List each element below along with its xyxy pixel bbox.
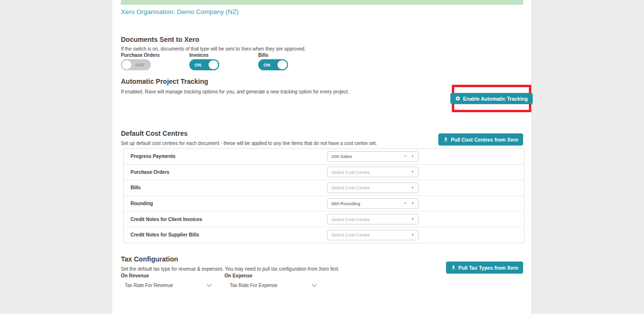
invoices-toggle[interactable]: ON	[189, 59, 219, 70]
download-icon	[451, 265, 456, 270]
select-value: Tax Rate For Revenue	[125, 283, 173, 288]
credit-notes-supplier-select[interactable]: Select Cost Centre ▼	[327, 230, 419, 240]
pull-tax-types-label: Pull Tax Types from Xero	[459, 265, 518, 271]
toggle-state-label: ON	[195, 63, 201, 67]
toggle-state-label: OFF	[135, 63, 145, 67]
chevron-down-icon	[206, 283, 212, 288]
gear-icon	[455, 96, 460, 101]
cost-centre-row-bills: Bills Select Cost Centre ▼	[124, 180, 524, 196]
enable-automatic-tracking-button[interactable]: Enable Automatic Tracking	[450, 93, 532, 104]
toggle-label-bills: Bills	[258, 52, 268, 58]
chevron-down-icon	[311, 283, 317, 288]
pull-tax-types-button[interactable]: Pull Tax Types from Xero	[446, 262, 523, 274]
caret-down-icon: ▼	[411, 202, 414, 205]
cost-centre-row-progress-payments: Progress Payments 200-Sales × ▼	[124, 149, 524, 164]
documents-section-description: If the switch is on, documents of that t…	[121, 46, 306, 52]
on-expense-label: On Expense	[224, 273, 252, 278]
bills-toggle[interactable]: ON	[258, 59, 288, 70]
select-value: Tax Rate For Expense	[230, 283, 277, 288]
progress-payments-select[interactable]: 200-Sales × ▼	[327, 151, 419, 162]
clear-icon[interactable]: ×	[404, 201, 407, 206]
row-label: Progress Payments	[131, 154, 175, 159]
select-value: 200-Sales	[331, 154, 352, 159]
cost-centres-section-title: Default Cost Centres	[121, 130, 187, 137]
caret-down-icon: ▼	[411, 170, 414, 174]
bills-select[interactable]: Select Cost Centre ▼	[327, 183, 419, 193]
expense-tax-select[interactable]: Tax Rate For Expense	[226, 280, 317, 290]
success-banner	[121, 0, 523, 5]
select-placeholder: Select Cost Centre	[331, 217, 370, 222]
purchase-orders-toggle[interactable]: OFF	[121, 59, 151, 70]
select-placeholder: Select Cost Centre	[331, 185, 370, 190]
content-panel: Xero Organisation: Demo Company (NZ) Doc…	[112, 0, 532, 314]
select-placeholder: Select Cost Centre	[331, 170, 370, 175]
tracking-section-title: Automatic Project Tracking	[121, 78, 208, 85]
toggle-label-purchase-orders: Purchase Orders	[121, 52, 160, 58]
revenue-tax-select[interactable]: Tax Rate For Revenue	[121, 280, 212, 290]
credit-notes-client-select[interactable]: Select Cost Centre ▼	[327, 214, 419, 224]
clear-icon[interactable]: ×	[404, 154, 407, 158]
download-icon	[443, 137, 448, 142]
tax-section-title: Tax Configuration	[121, 255, 178, 263]
caret-down-icon: ▼	[411, 218, 414, 221]
xero-organisation-label: Xero Organisation: Demo Company (NZ)	[121, 8, 239, 15]
toggle-label-invoices: Invoices	[189, 52, 209, 58]
cost-centre-row-rounding: Rounding 860-Rounding × ▼	[124, 196, 524, 211]
cost-centre-row-credit-notes-client: Credit Notes for Client Invoices Select …	[124, 211, 524, 227]
enable-automatic-tracking-label: Enable Automatic Tracking	[463, 96, 527, 102]
toggle-state-label: ON	[263, 63, 270, 67]
select-placeholder: Select Cost Centre	[331, 232, 370, 237]
row-label: Purchase Orders	[131, 170, 170, 175]
cost-centre-row-purchase-orders: Purchase Orders Select Cost Centre ▼	[124, 164, 524, 180]
row-label: Rounding	[131, 201, 153, 206]
cost-centre-row-credit-notes-supplier: Credit Notes for Supplier Bills Select C…	[124, 227, 524, 243]
cost-centres-table: Progress Payments 200-Sales × ▼ Purchase…	[123, 148, 525, 243]
highlight-annotation: Enable Automatic Tracking	[452, 85, 531, 112]
toggle-knob	[122, 60, 131, 69]
select-value: 860-Rounding	[331, 201, 360, 206]
toggle-knob	[277, 60, 287, 69]
tracking-section-description: If enabled, Rave will manage tracking op…	[121, 89, 349, 94]
pull-cost-centres-label: Pull Cost Centres from Xero	[451, 137, 518, 143]
purchase-orders-select[interactable]: Select Cost Centre ▼	[327, 167, 419, 177]
cost-centres-section-description: Set up default cost centres for each doc…	[121, 141, 377, 146]
pull-cost-centres-button[interactable]: Pull Cost Centres from Xero	[438, 133, 523, 145]
page-background: Xero Organisation: Demo Company (NZ) Doc…	[0, 0, 644, 314]
caret-down-icon: ▼	[411, 186, 414, 190]
on-revenue-label: On Revenue	[121, 273, 149, 278]
row-label: Bills	[131, 185, 141, 190]
tax-section-description: Set the default tax type for revenue & e…	[121, 266, 340, 272]
documents-section-title: Documents Sent to Xero	[121, 36, 199, 43]
caret-down-icon: ▼	[411, 234, 414, 237]
rounding-select[interactable]: 860-Rounding × ▼	[327, 198, 419, 209]
row-label: Credit Notes for Supplier Bills	[131, 232, 199, 237]
caret-down-icon: ▼	[411, 155, 414, 158]
toggle-knob	[209, 60, 218, 69]
row-label: Credit Notes for Client Invoices	[131, 217, 202, 222]
